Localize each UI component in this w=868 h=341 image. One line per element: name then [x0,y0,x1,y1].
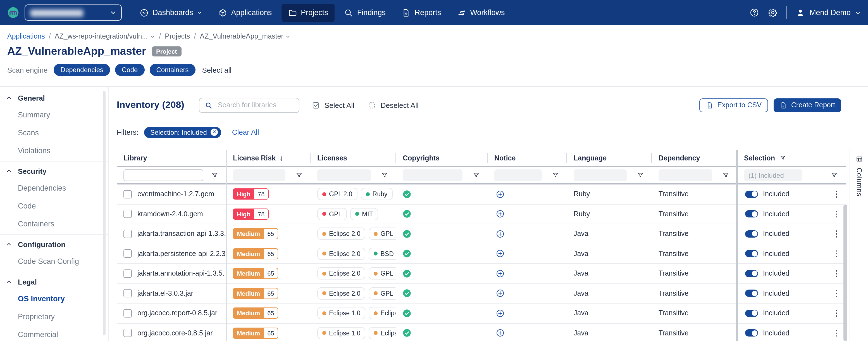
row-menu-kebab-icon[interactable] [834,229,839,239]
breadcrumb-item-az-vulnerableapp-master[interactable]: AZ_VulnerableApp_master [200,32,291,40]
notice-expand-icon[interactable] [496,230,504,238]
selection-toggle[interactable] [745,210,758,218]
selection-toggle[interactable] [745,270,758,277]
nav-item-workflows[interactable]: Workflows [451,4,512,22]
selection-toggle[interactable] [745,250,758,257]
nav-item-applications[interactable]: Applications [212,4,279,22]
nav-item-projects[interactable]: Projects [281,4,335,22]
user-menu[interactable]: Mend Demo [796,8,861,17]
notice-expand-icon[interactable] [496,210,504,218]
sidebar-item-proprietary[interactable]: Proprietary [0,308,108,325]
row-checkbox[interactable] [123,269,132,278]
notice-expand-icon[interactable] [496,250,504,258]
filter-funnel-icon[interactable] [831,172,838,179]
filter-chip-selection-included[interactable]: Selection: Included ✕ [144,126,221,138]
library-filter-input[interactable] [123,169,203,181]
filter-funnel-icon[interactable] [211,172,218,179]
deselect-all-button[interactable]: Deselect All [368,101,418,109]
row-checkbox[interactable] [123,230,132,238]
selection-toggle[interactable] [745,310,758,317]
scan-engine-chip-code[interactable]: Code [115,64,145,76]
notice-expand-icon[interactable] [496,329,504,337]
filter-funnel-icon[interactable] [381,172,388,179]
row-checkbox[interactable] [123,289,132,298]
breadcrumb-item-projects[interactable]: Projects [165,32,190,40]
column-header-notice[interactable]: Notice [488,150,567,166]
column-filter-field[interactable] [574,169,627,181]
selection-toggle[interactable] [745,330,758,337]
sidebar-item-violations[interactable]: Violations [0,141,108,159]
sidebar-item-containers[interactable]: Containers [0,215,108,232]
export-csv-button[interactable]: Export to CSV [700,98,768,112]
selection-filter-value[interactable]: (1) Included [744,169,802,181]
row-checkbox[interactable] [123,190,132,198]
nav-item-findings[interactable]: Findings [338,4,393,22]
column-filter-field[interactable] [317,169,371,181]
scan-engine-chip-dependencies[interactable]: Dependencies [54,64,110,76]
column-filter-field[interactable] [233,169,285,181]
select-all-button[interactable]: Select All [312,101,354,109]
breadcrumb-item-az-ws-repo-integration-vuln[interactable]: AZ_ws-repo-integration/vuln... [55,32,155,40]
breadcrumb-item-applications[interactable]: Applications [7,32,45,40]
notice-expand-icon[interactable] [496,289,504,298]
nav-item-reports[interactable]: Reports [395,4,448,22]
column-header-licenses[interactable]: Licenses [311,150,396,166]
row-checkbox[interactable] [123,329,132,337]
sidebar-item-summary[interactable]: Summary [0,106,108,123]
column-header-selection[interactable]: Selection [737,150,846,166]
scan-engine-select-all[interactable]: Select all [202,66,231,74]
create-report-button[interactable]: Create Report [774,98,841,112]
row-checkbox[interactable] [123,250,132,258]
filter-funnel-icon[interactable] [296,172,303,179]
sidebar-section-configuration[interactable]: Configuration [0,236,108,252]
sidebar-item-code[interactable]: Code [0,197,108,215]
sidebar-item-commercial[interactable]: Commercial [0,325,108,341]
selection-toggle[interactable] [745,230,758,237]
gear-icon[interactable] [768,8,778,17]
remove-filter-icon[interactable]: ✕ [211,129,218,136]
column-header-copyrights[interactable]: Copyrights [396,150,488,166]
mend-logo-icon[interactable] [7,7,19,19]
sidebar-section-security[interactable]: Security [0,163,108,179]
notice-expand-icon[interactable] [496,309,504,317]
search-input[interactable] [217,101,293,110]
row-menu-kebab-icon[interactable] [834,308,839,318]
notice-expand-icon[interactable] [496,190,504,198]
column-header-license-risk[interactable]: License Risk↓ [226,150,311,166]
nav-item-dashboards[interactable]: Dashboards [133,4,209,22]
column-header-library[interactable]: Library [117,150,226,166]
column-header-dependency[interactable]: Dependency [652,150,737,166]
row-menu-kebab-icon[interactable] [834,268,839,279]
sidebar-item-code-scan-config[interactable]: Code Scan Config [0,252,108,270]
notice-expand-icon[interactable] [496,269,504,278]
column-filter-field[interactable] [494,169,542,181]
sidebar-section-legal[interactable]: Legal [0,274,108,290]
sidebar-item-os-inventory[interactable]: OS Inventory [0,290,108,308]
filter-funnel-icon[interactable] [552,172,559,179]
column-filter-field[interactable] [403,169,463,181]
clear-all-link[interactable]: Clear All [232,128,259,136]
row-menu-kebab-icon[interactable] [834,328,839,338]
org-selector[interactable] [25,4,122,21]
row-menu-kebab-icon[interactable] [834,209,839,219]
row-menu-kebab-icon[interactable] [834,249,839,259]
sidebar-item-scans[interactable]: Scans [0,123,108,141]
column-filter-field[interactable] [658,169,712,181]
row-checkbox[interactable] [123,309,132,317]
table-vertical-scrollbar[interactable] [843,205,847,341]
row-menu-kebab-icon[interactable] [834,288,839,299]
filter-funnel-icon[interactable] [637,172,644,179]
filter-funnel-icon[interactable] [472,172,480,179]
column-header-language[interactable]: Language [567,150,652,166]
sidebar-scrollbar[interactable] [103,91,105,335]
sidebar-section-general[interactable]: General [0,90,108,106]
columns-panel-tab[interactable]: Columns [849,149,868,341]
help-icon[interactable] [750,8,760,17]
scan-engine-chip-containers[interactable]: Containers [149,64,195,76]
row-menu-kebab-icon[interactable] [834,189,839,199]
selection-toggle[interactable] [745,191,758,198]
sidebar-item-dependencies[interactable]: Dependencies [0,179,108,197]
selection-toggle[interactable] [745,290,758,297]
row-checkbox[interactable] [123,210,132,218]
filter-funnel-icon[interactable] [722,172,730,179]
